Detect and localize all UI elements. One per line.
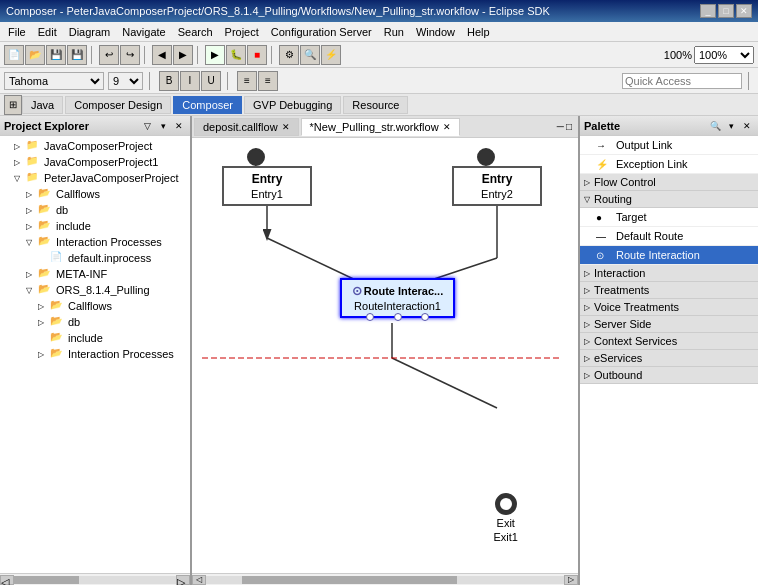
- palette-section-eservices[interactable]: ▷ eServices: [580, 350, 758, 367]
- font-size-select[interactable]: 9: [108, 72, 143, 90]
- tool3[interactable]: ⚡: [321, 45, 341, 65]
- open-button[interactable]: 📂: [25, 45, 45, 65]
- debug-button[interactable]: 🐛: [226, 45, 246, 65]
- align-left[interactable]: ≡: [237, 71, 257, 91]
- workflow-canvas[interactable]: Entry Entry1 Entry Entry2 ⊙ Route Intera…: [192, 138, 578, 573]
- toolbar-sep-2: [144, 46, 148, 64]
- minimize-button[interactable]: _: [700, 4, 716, 18]
- align-center[interactable]: ≡: [258, 71, 278, 91]
- palette-section-routing[interactable]: ▽ Routing: [580, 191, 758, 208]
- tree-item-peterjava[interactable]: ▽ 📁 PeterJavaComposerProject: [2, 170, 188, 186]
- close-button[interactable]: ✕: [736, 4, 752, 18]
- maximize-button[interactable]: □: [718, 4, 734, 18]
- menu-help[interactable]: Help: [461, 24, 496, 40]
- palette-item-route-interaction[interactable]: ⊙ Route Interaction: [580, 246, 758, 265]
- canvas-scroll-right[interactable]: ▷: [564, 575, 578, 585]
- tree-item-interaction-proc-2[interactable]: ▷ 📂 Interaction Processes: [2, 346, 188, 362]
- perspective-gvp[interactable]: GVP Debugging: [244, 96, 341, 114]
- tree-item-default-inprocess[interactable]: 📄 default.inprocess: [2, 250, 188, 266]
- tree-item-include-2[interactable]: 📂 include: [2, 330, 188, 346]
- entry2-node[interactable]: Entry Entry2: [452, 166, 542, 206]
- menu-edit[interactable]: Edit: [32, 24, 63, 40]
- palette-item-target[interactable]: ● Target: [580, 208, 758, 227]
- palette-section-server-side[interactable]: ▷ Server Side: [580, 316, 758, 333]
- canvas-scroll-left[interactable]: ◁: [192, 575, 206, 585]
- menu-project[interactable]: Project: [219, 24, 265, 40]
- tree-item-meta-inf[interactable]: ▷ 📂 META-INF: [2, 266, 188, 282]
- align-tools: ≡ ≡: [237, 71, 278, 91]
- route-header: ⊙ Route Interac...: [352, 284, 443, 298]
- tool2[interactable]: 🔍: [300, 45, 320, 65]
- palette-section-voice-treatments[interactable]: ▷ Voice Treatments: [580, 299, 758, 316]
- max-editor-btn[interactable]: □: [566, 121, 572, 132]
- tool1[interactable]: ⚙: [279, 45, 299, 65]
- panel-menu-btn[interactable]: ▾: [156, 119, 170, 133]
- menu-file[interactable]: File: [2, 24, 32, 40]
- perspective-composer[interactable]: Composer: [173, 96, 242, 114]
- menu-navigate[interactable]: Navigate: [116, 24, 171, 40]
- palette-section-interaction[interactable]: ▷ Interaction: [580, 265, 758, 282]
- window-controls[interactable]: _ □ ✕: [700, 4, 752, 18]
- underline-button[interactable]: U: [201, 71, 221, 91]
- zoom-select[interactable]: 100%: [694, 46, 754, 64]
- new-button[interactable]: 📄: [4, 45, 24, 65]
- perspective-bar: ⊞ Java Composer Design Composer GVP Debu…: [0, 94, 758, 116]
- tree-item-javacomposer[interactable]: ▷ 📁 JavaComposerProject: [2, 138, 188, 154]
- scroll-left-btn[interactable]: ◁: [0, 575, 14, 585]
- bold-button[interactable]: B: [159, 71, 179, 91]
- palette-section-outbound[interactable]: ▷ Outbound: [580, 367, 758, 384]
- italic-button[interactable]: I: [180, 71, 200, 91]
- font-family-select[interactable]: Tahoma: [4, 72, 104, 90]
- palette-section-treatments[interactable]: ▷ Treatments: [580, 282, 758, 299]
- tree-item-db-1[interactable]: ▷ 📂 db: [2, 202, 188, 218]
- left-panel-hscroll[interactable]: ◁ ▷: [0, 573, 190, 585]
- route-interaction-node[interactable]: ⊙ Route Interac... RouteInteraction1: [340, 278, 455, 318]
- editor-tab-deposit[interactable]: deposit.callflow ✕: [194, 118, 299, 136]
- tree-item-callflows-2[interactable]: ▷ 📂 Callflows: [2, 298, 188, 314]
- deposit-tab-close[interactable]: ✕: [282, 122, 290, 132]
- forward-button[interactable]: ▶: [173, 45, 193, 65]
- palette-search-btn[interactable]: 🔍: [708, 119, 722, 133]
- palette-section-flow-control[interactable]: ▷ Flow Control: [580, 174, 758, 191]
- scroll-right-btn[interactable]: ▷: [176, 575, 190, 585]
- menu-diagram[interactable]: Diagram: [63, 24, 117, 40]
- palette-item-exception-link[interactable]: ⚡ Exception Link: [580, 155, 758, 174]
- tree-item-javacomposer1[interactable]: ▷ 📁 JavaComposerProject1: [2, 154, 188, 170]
- palette-menu-btn[interactable]: ▾: [724, 119, 738, 133]
- save-button[interactable]: 💾: [46, 45, 66, 65]
- palette-item-output-link[interactable]: → Output Link: [580, 136, 758, 155]
- exit-node[interactable]: Exit Exit1: [494, 493, 518, 543]
- folder-icon-db2: 📂: [50, 315, 66, 329]
- save-all-button[interactable]: 💾: [67, 45, 87, 65]
- editor-tab-new-pulling[interactable]: *New_Pulling_str.workflow ✕: [301, 118, 460, 136]
- panel-close-btn[interactable]: ✕: [172, 119, 186, 133]
- undo-button[interactable]: ↩: [99, 45, 119, 65]
- menu-search[interactable]: Search: [172, 24, 219, 40]
- new-pulling-tab-close[interactable]: ✕: [443, 122, 451, 132]
- min-editor-btn[interactable]: ─: [557, 121, 564, 132]
- quick-access-input[interactable]: [622, 73, 742, 89]
- redo-button[interactable]: ↪: [120, 45, 140, 65]
- tree-item-db-2[interactable]: ▷ 📂 db: [2, 314, 188, 330]
- tree-item-interaction-proc[interactable]: ▽ 📂 Interaction Processes: [2, 234, 188, 250]
- menu-config-server[interactable]: Configuration Server: [265, 24, 378, 40]
- perspective-composer-design[interactable]: Composer Design: [65, 96, 171, 114]
- perspective-resource[interactable]: Resource: [343, 96, 408, 114]
- palette-item-default-route[interactable]: — Default Route: [580, 227, 758, 246]
- tree-item-ors[interactable]: ▽ 📂 ORS_8.1.4_Pulling: [2, 282, 188, 298]
- menu-window[interactable]: Window: [410, 24, 461, 40]
- palette-close-btn[interactable]: ✕: [740, 119, 754, 133]
- tree-item-callflows-1[interactable]: ▷ 📂 Callflows: [2, 186, 188, 202]
- stop-button[interactable]: ■: [247, 45, 267, 65]
- entry2-sublabel: Entry2: [481, 188, 513, 200]
- panel-collapse-btn[interactable]: ▽: [140, 119, 154, 133]
- canvas-hscroll[interactable]: ◁ ▷: [192, 573, 578, 585]
- perspective-java[interactable]: Java: [22, 96, 63, 114]
- output-link-icon: →: [596, 138, 612, 152]
- entry1-node[interactable]: Entry Entry1: [222, 166, 312, 206]
- palette-section-context-services[interactable]: ▷ Context Services: [580, 333, 758, 350]
- run-button[interactable]: ▶: [205, 45, 225, 65]
- tree-item-include-1[interactable]: ▷ 📂 include: [2, 218, 188, 234]
- back-button[interactable]: ◀: [152, 45, 172, 65]
- menu-run[interactable]: Run: [378, 24, 410, 40]
